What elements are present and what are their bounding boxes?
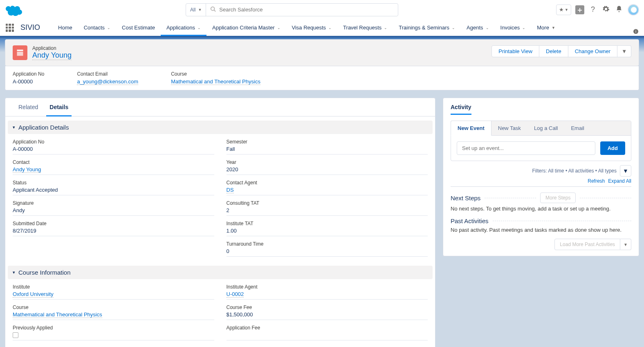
act-tab-new-task[interactable]: New Task [491, 121, 527, 135]
field-previously-applied: Previously Applied ✎ [13, 322, 214, 343]
course-link[interactable]: Mathematical and Theoretical Physics [171, 78, 260, 85]
past-activities-header: Past Activities [451, 217, 631, 224]
search-input[interactable] [219, 7, 394, 13]
record-name-link[interactable]: Andy Young [32, 51, 72, 60]
field-contact: Contact Andy Young✎ [13, 157, 214, 177]
more-actions-dropdown[interactable]: ▼ [617, 45, 631, 57]
chevron-down-icon: ⌄ [486, 26, 489, 30]
search-scope-dropdown[interactable]: All ▼ [186, 4, 206, 16]
highlight-course: Course Mathematical and Theoretical Phys… [171, 71, 260, 85]
svg-rect-3 [17, 52, 23, 56]
no-next-steps-text: No next steps. To get things moving, add… [451, 206, 631, 212]
tab-details[interactable]: Details [44, 98, 74, 116]
expand-all-link[interactable]: Expand All [608, 178, 631, 184]
app-launcher-icon[interactable] [6, 24, 14, 32]
chevron-down-icon: ▾ [13, 125, 15, 130]
global-add-button[interactable]: ＋ [575, 5, 584, 14]
institute-link[interactable]: Oxford University [13, 291, 54, 298]
notifications-button[interactable] [615, 5, 624, 14]
next-steps-header: Next Steps More Steps [451, 193, 631, 203]
app-name: SIVIO [20, 23, 40, 32]
salesforce-logo[interactable] [5, 4, 23, 16]
bell-icon [615, 5, 623, 14]
highlights-panel: Application No A-00000 Contact Email a_y… [5, 66, 639, 90]
plus-icon: ＋ [576, 5, 583, 15]
main-tabs: Related Details [5, 98, 435, 116]
user-avatar[interactable] [628, 4, 639, 16]
chevron-down-icon: ▼ [552, 26, 555, 30]
nav-tabs: Home Contacts⌄ Cost Estimate Application… [52, 20, 561, 36]
event-subject-input[interactable] [457, 141, 595, 155]
printable-view-button[interactable]: Printable View [491, 45, 539, 57]
header-utility-icons: ★▼ ＋ ? [556, 4, 639, 16]
change-owner-button[interactable]: Change Owner [568, 45, 617, 57]
info-icon[interactable]: i [633, 29, 638, 34]
activity-tab-header[interactable]: Activity [451, 104, 471, 115]
field-year: Year 2020✎ [227, 157, 428, 177]
global-nav: SIVIO Home Contacts⌄ Cost Estimate Appli… [0, 20, 644, 36]
nav-tab-applications[interactable]: Applications⌄ [161, 20, 206, 36]
chevron-down-icon: ⌄ [452, 26, 455, 30]
act-tab-email[interactable]: Email [564, 121, 591, 135]
nav-tab-agents[interactable]: Agents⌄ [461, 20, 494, 36]
contact-agent-link[interactable]: DS [227, 187, 234, 193]
load-more-button[interactable]: Load More Past Activities [554, 239, 620, 250]
load-more-dropdown[interactable]: ▼ [620, 239, 631, 250]
record-actions: Printable View Delete Change Owner ▼ [491, 45, 631, 57]
course-detail-link[interactable]: Mathematical and Theoretical Physics [13, 311, 102, 318]
global-search: All ▼ [186, 3, 398, 16]
favorites-dropdown[interactable]: ★▼ [556, 4, 571, 15]
refresh-link[interactable]: Refresh [588, 178, 605, 184]
chevron-down-icon: ▾ [13, 270, 15, 275]
nav-tab-invoices[interactable]: Invoices⌄ [495, 20, 532, 36]
nav-tab-more[interactable]: More▼ [531, 20, 561, 36]
svg-rect-2 [17, 50, 23, 51]
chevron-down-icon: ⌄ [197, 26, 201, 30]
add-event-button[interactable]: Add [600, 141, 625, 155]
tab-related[interactable]: Related [13, 98, 44, 116]
global-header: All ▼ ★▼ ＋ ? [0, 0, 644, 20]
previously-applied-checkbox[interactable] [13, 332, 18, 338]
activity-composer: New Event New Task Log a Call Email Add [451, 121, 631, 161]
chevron-down-icon: ▼ [622, 48, 627, 54]
nav-tab-trainings[interactable]: Trainings & Seminars⌄ [393, 20, 461, 36]
activity-panel: Activity New Event New Task Log a Call E… [443, 98, 639, 256]
act-tab-new-event[interactable]: New Event [451, 121, 491, 136]
nav-tab-travel-requests[interactable]: Travel Requests⌄ [337, 20, 393, 36]
section-header-application-details[interactable]: ▾ Application Details [8, 121, 433, 134]
nav-tab-criteria-master[interactable]: Application Criteria Master⌄ [206, 20, 286, 36]
field-institute-tat: Institute TAT 1.00 [227, 218, 428, 239]
act-tab-log-call[interactable]: Log a Call [527, 121, 565, 135]
field-semester: Semester Fall✎ [227, 137, 428, 157]
nav-tab-cost-estimate[interactable]: Cost Estimate [116, 20, 161, 36]
contact-link[interactable]: Andy Young [13, 166, 41, 173]
help-button[interactable]: ? [588, 5, 597, 14]
delete-button[interactable]: Delete [539, 45, 568, 57]
filter-button[interactable]: ▼ [620, 165, 631, 177]
svg-point-0 [211, 7, 215, 11]
chevron-down-icon: ⌄ [328, 26, 332, 30]
field-status: Status Applicant Accepted✎ [13, 177, 214, 198]
more-steps-button[interactable]: More Steps [540, 193, 576, 203]
chevron-down-icon: ⌄ [277, 26, 280, 30]
setup-button[interactable] [601, 5, 610, 14]
nav-tab-home[interactable]: Home [52, 20, 78, 36]
page-body: Application Andy Young Printable View De… [0, 36, 644, 347]
filters-text: Filters: All time • All activities • All… [532, 168, 617, 174]
gear-icon [602, 5, 610, 14]
nav-tab-visa-requests[interactable]: Visa Requests⌄ [286, 20, 338, 36]
nav-tab-contacts[interactable]: Contacts⌄ [78, 20, 116, 36]
section-application-details: ▾ Application Details Application No A-0… [8, 121, 433, 262]
section-header-course-information[interactable]: ▾ Course Information [8, 266, 433, 279]
star-icon: ★ [559, 7, 564, 13]
contact-email-link[interactable]: a_young@dickenson.com [77, 78, 138, 85]
search-scope-label: All [190, 7, 195, 13]
svg-line-1 [214, 10, 216, 12]
field-submitted-date: Submitted Date 8/27/2019✎ [13, 218, 214, 239]
application-object-icon [13, 45, 27, 60]
activity-filters: Filters: All time • All activities • All… [451, 165, 631, 177]
chevron-down-icon: ▼ [565, 8, 568, 12]
highlight-contact-email: Contact Email a_young@dickenson.com [77, 71, 138, 85]
institute-agent-link[interactable]: U-0002 [227, 291, 244, 298]
chevron-down-icon: ▼ [198, 8, 202, 12]
